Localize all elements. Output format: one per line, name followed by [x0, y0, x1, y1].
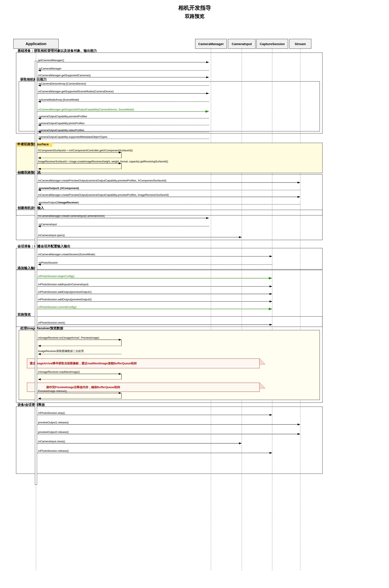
svg-text:mCameraInput.close(): mCameraInput.close(): [38, 440, 65, 443]
svg-text:基础准备：获取相机管理对象以及设备对象、输出能力: 基础准备：获取相机管理对象以及设备对象、输出能力: [18, 49, 97, 53]
svg-text:mPhotoSession.stop(): mPhotoSession.stop(): [38, 411, 65, 414]
svg-text:PreviewImage.release(): PreviewImage.release(): [38, 389, 67, 393]
page-subtitle: 双路预览: [0, 13, 389, 20]
svg-text:mCameraManager.createPreviewOu: mCameraManager.createPreviewOutput(camer…: [38, 179, 166, 182]
svg-text:mSceneModeArray:[SceneMode]: mSceneModeArray:[SceneMode]: [39, 98, 79, 101]
svg-text:cameraOutputCapability.support: cameraOutputCapability.supportedMetadata…: [39, 135, 107, 138]
svg-rect-15: [16, 53, 322, 133]
svg-rect-0: [13, 39, 59, 49]
svg-text:mPhotoSession.addInput(mCamera: mPhotoSession.addInput(mCameraInput): [38, 283, 89, 286]
svg-text:mCameraDeviceArray:[CameraDevi: mCameraDeviceArray:[CameraDevice]: [39, 82, 86, 85]
svg-rect-8: [289, 39, 311, 49]
svg-marker-101: [259, 359, 265, 364]
svg-rect-114: [16, 407, 322, 474]
page-title: 相机开发指导: [0, 0, 389, 13]
svg-text:mCameraManager.createPreviewOu: mCameraManager.createPreviewOutput(camer…: [38, 193, 169, 196]
svg-text:previewOutput1 (XComponent): previewOutput1 (XComponent): [39, 187, 79, 190]
svg-text:mCameraManager.createCameraInp: mCameraManager.createCameraInput(CameraD…: [38, 215, 105, 217]
svg-text:CameraInput: CameraInput: [232, 42, 252, 46]
svg-rect-41: [16, 143, 322, 173]
diagram: Application CameraManager CameraInput Ca…: [0, 24, 389, 584]
svg-text:处理ImageReceiver预览数据: 处理ImageReceiver预览数据: [20, 326, 63, 330]
svg-text:mImageReceiver.on('imageArriva: mImageReceiver.on('imageArrival', Previe…: [38, 336, 99, 339]
svg-rect-4: [228, 39, 255, 49]
svg-text:mCameraManager.getSupportedOut: mCameraManager.getSupportedOutputCapabil…: [38, 108, 134, 111]
svg-rect-126: [35, 61, 37, 485]
svg-text:Application: Application: [26, 42, 46, 46]
svg-text:mPhotoSession.addOutput(previe: mPhotoSession.addOutput(previewOutput2): [38, 298, 92, 301]
svg-rect-62: [16, 210, 322, 240]
svg-rect-92: [19, 330, 320, 400]
svg-text:设备/会话资源释放: 设备/会话资源释放: [18, 403, 45, 406]
svg-text:mPhotoSession.beginConfig(): mPhotoSession.beginConfig(): [38, 275, 74, 278]
svg-text:mCameraInput.open(): mCameraInput.open(): [38, 234, 65, 237]
svg-text:mImageReceiver.readNextImage(): mImageReceiver.readNextImage(): [38, 370, 80, 373]
svg-text:CaptureSession: CaptureSession: [260, 42, 285, 46]
svg-text:ImageReceiver获取图像数据二次处理: ImageReceiver获取图像数据二次处理: [38, 350, 84, 353]
svg-text:mPhotoSession.addOutput(previe: mPhotoSession.addOutput(previewOutput1): [38, 290, 92, 293]
svg-marker-108: [259, 383, 265, 388]
svg-text:申请双路预览surface: 申请双路预览surface: [17, 142, 49, 146]
svg-text:cameraOutputCapability.videoPr: cameraOutputCapability.videoProfiles: [39, 129, 84, 132]
svg-rect-2: [195, 39, 227, 49]
svg-rect-6: [257, 39, 288, 49]
svg-text:mCameraManager.getSupportedSce: mCameraManager.getSupportedSceneModes(Ca…: [38, 90, 114, 93]
svg-text:XComponentSurfaceId = mXCompon: XComponentSurfaceId = mXComponentControl…: [38, 149, 133, 152]
svg-rect-100: [27, 359, 259, 368]
svg-text:Stream: Stream: [295, 42, 306, 46]
svg-text:会话准备：创建会话并配置输入输出: 会话准备：创建会话并配置输入输出: [17, 244, 70, 248]
svg-rect-17: [19, 81, 320, 131]
svg-text:mPhotoSession.commitConfig(): mPhotoSession.commitConfig(): [38, 306, 77, 309]
svg-text:mPhotoSession.start(): mPhotoSession.start(): [38, 321, 65, 324]
svg-text:获取相机输出能力: 获取相机输出能力: [20, 78, 47, 81]
svg-text:previewOutput2.release(): previewOutput2.release(): [38, 431, 69, 433]
svg-rect-70: [16, 248, 322, 270]
svg-text:创建相机设备输入: 创建相机设备输入: [17, 206, 44, 210]
svg-text:cameraOutputCapability.photoPr: cameraOutputCapability.photoProfiles: [39, 122, 85, 125]
svg-text:mPhotoSession: mPhotoSession: [39, 261, 58, 264]
svg-rect-88: [16, 316, 322, 403]
svg-text:CameraManager: CameraManager: [198, 42, 224, 46]
svg-text:双路预览: 双路预览: [17, 313, 31, 316]
svg-rect-42: [17, 142, 52, 147]
svg-text:添加输入输出: 添加输入输出: [18, 266, 37, 270]
svg-rect-52: [16, 174, 322, 215]
svg-text:通过imageArrival事件获取当前图像帧，通过read: 通过imageArrival事件获取当前图像帧，通过readNextImage使…: [30, 362, 137, 365]
svg-text:创建双路预览流: 创建双路预览流: [17, 171, 41, 174]
svg-rect-107: [27, 383, 259, 392]
svg-text:操作完PreviewImage后释放内存，确保BufferQ: 操作完PreviewImage后释放内存，确保BufferQueue轮转: [46, 386, 120, 389]
svg-text:mCameraManager.createSession(S: mCameraManager.createSession(SceneMode): [38, 253, 95, 256]
svg-text:mPhotoSession.release(): mPhotoSession.release(): [38, 449, 69, 452]
svg-rect-76: [16, 270, 322, 327]
svg-text:cameraOutputCapability.preview: cameraOutputCapability.previewProfiles: [39, 115, 87, 118]
svg-text:previewOutput2(ImageReceiver): previewOutput2(ImageReceiver): [39, 201, 79, 204]
svg-text:mCameraManager: mCameraManager: [39, 67, 62, 70]
svg-text:getCameraManager(): getCameraManager(): [38, 59, 64, 62]
svg-text:mCameraManager.getSupportedCam: mCameraManager.getSupportedCameras(): [38, 74, 91, 77]
svg-text:previewOutput1.release(): previewOutput1.release(): [38, 421, 69, 424]
svg-text:ImageReceiverSurfaceId = image: ImageReceiverSurfaceId = image.createIma…: [38, 160, 168, 163]
svg-text:mCameraInput: mCameraInput: [39, 223, 57, 226]
